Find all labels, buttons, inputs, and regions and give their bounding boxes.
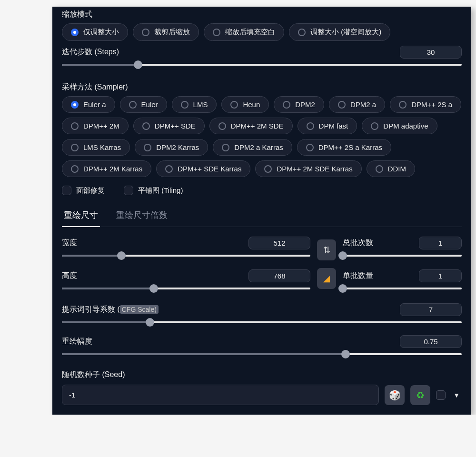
- sampler-option[interactable]: Euler: [120, 96, 167, 113]
- sampler-option[interactable]: DPM fast: [298, 118, 357, 134]
- resize-mode-option[interactable]: 调整大小 (潜空间放大): [289, 23, 390, 41]
- seed-expand-button[interactable]: ▼: [451, 391, 462, 399]
- radio-label: 缩放后填充空白: [225, 28, 275, 37]
- radio-label: DPM++ 2M SDE: [231, 122, 284, 130]
- cfg-label-wrap: 提示词引导系数 (CFG Scale): [62, 305, 159, 315]
- radio-label: 调整大小 (潜空间放大): [310, 28, 381, 37]
- height-value[interactable]: 768: [248, 269, 310, 282]
- sampler-option[interactable]: DPM++ 2S a: [390, 96, 461, 113]
- radio-label: DPM++ 2S a Karras: [318, 143, 382, 151]
- swap-icon: ⇅: [323, 245, 330, 255]
- radio-label: 仅调整大小: [83, 28, 119, 37]
- steps-value[interactable]: 30: [400, 46, 462, 59]
- radio-icon: [218, 122, 226, 130]
- height-slider[interactable]: [62, 285, 310, 292]
- resize-mode-option[interactable]: 仅调整大小: [62, 23, 128, 41]
- sampler-option[interactable]: DPM2: [274, 96, 324, 113]
- seed-reuse-button[interactable]: ♻: [410, 385, 430, 405]
- radio-icon: [298, 29, 306, 36]
- radio-icon: [129, 101, 137, 109]
- width-slider[interactable]: [62, 252, 310, 259]
- seed-extra-checkbox[interactable]: [436, 390, 446, 400]
- cfg-group: 提示词引导系数 (CFG Scale) 7: [62, 303, 462, 326]
- radio-icon: [264, 165, 272, 173]
- triangle-icon: ◣: [323, 273, 330, 284]
- sampler-option[interactable]: DDIM: [367, 160, 415, 177]
- tiling-label: 平铺图 (Tiling): [138, 186, 183, 195]
- settings-panel: 缩放模式 仅调整大小裁剪后缩放缩放后填充空白调整大小 (潜空间放大) 迭代步数 …: [52, 7, 471, 415]
- sampler-options: Euler aEulerLMSHeunDPM2DPM2 aDPM++ 2S aD…: [62, 96, 462, 177]
- radio-icon: [142, 122, 150, 130]
- cfg-label: 提示词引导系数 (: [62, 305, 120, 313]
- resize-mode-option[interactable]: 缩放后填充空白: [204, 23, 284, 41]
- face-restore-label: 面部修复: [76, 186, 105, 195]
- cfg-slider[interactable]: [62, 319, 462, 326]
- seed-random-button[interactable]: 🎲: [385, 385, 405, 405]
- sampler-option[interactable]: DPM++ SDE Karras: [156, 160, 250, 177]
- batch-size-value[interactable]: 1: [419, 269, 462, 282]
- radio-label: Euler a: [83, 100, 106, 109]
- radio-label: LMS Karras: [83, 143, 121, 151]
- denoise-value[interactable]: 0.75: [400, 335, 462, 348]
- denoise-group: 重绘幅度 0.75: [62, 335, 462, 358]
- sampler-option[interactable]: DPM++ 2S a Karras: [297, 139, 391, 156]
- checkbox-icon: [62, 186, 71, 195]
- resize-mode-label: 缩放模式: [62, 7, 462, 20]
- radio-label: DPM adaptive: [383, 122, 428, 130]
- batch-count-slider[interactable]: [343, 252, 462, 259]
- steps-slider[interactable]: [62, 61, 462, 68]
- radio-label: DPM++ 2M Karras: [83, 165, 142, 173]
- sampler-option[interactable]: DPM++ 2M SDE Karras: [255, 160, 361, 177]
- tab-resize[interactable]: 重绘尺寸倍数: [114, 205, 169, 227]
- radio-icon: [144, 144, 151, 151]
- radio-label: DPM++ 2S a: [411, 100, 452, 109]
- sampler-option[interactable]: DPM2 a Karras: [213, 139, 292, 156]
- denoise-slider[interactable]: [62, 351, 462, 358]
- checkbox-row: 面部修复 平铺图 (Tiling): [62, 186, 462, 195]
- sampler-option[interactable]: DPM++ 2M Karras: [62, 160, 151, 177]
- batch-size-slider[interactable]: [343, 285, 462, 292]
- sampler-option[interactable]: DPM++ 2M SDE: [209, 118, 293, 134]
- dice-icon: 🎲: [389, 389, 401, 401]
- radio-label: DPM++ SDE Karras: [178, 165, 241, 173]
- recycle-icon: ♻: [416, 389, 425, 401]
- resize-mode-option[interactable]: 裁剪后缩放: [133, 23, 199, 41]
- seed-input[interactable]: [62, 385, 379, 405]
- radio-label: DDIM: [388, 165, 406, 173]
- radio-icon: [213, 29, 220, 36]
- height-label: 高度: [62, 271, 77, 281]
- sampler-option[interactable]: DPM++ 2M: [62, 118, 129, 134]
- radio-icon: [71, 29, 79, 36]
- sampler-option[interactable]: Heun: [221, 96, 269, 113]
- cfg-value[interactable]: 7: [400, 303, 462, 316]
- width-value[interactable]: 512: [248, 237, 310, 249]
- radio-icon: [376, 165, 383, 173]
- checkbox-icon: [124, 186, 133, 195]
- radio-label: DPM2 a Karras: [234, 143, 283, 151]
- batch-size-label: 单批数量: [343, 271, 373, 281]
- batch-count-value[interactable]: 1: [419, 237, 462, 249]
- sampler-option[interactable]: DPM adaptive: [362, 118, 437, 134]
- radio-label: DPM2 a: [350, 100, 376, 109]
- sampler-option[interactable]: DPM2 a: [329, 96, 385, 113]
- radio-label: 裁剪后缩放: [154, 28, 190, 37]
- sampler-option[interactable]: LMS: [172, 96, 217, 113]
- radio-label: DPM fast: [319, 122, 348, 130]
- face-restore-checkbox[interactable]: 面部修复: [62, 186, 105, 195]
- radio-label: DPM++ 2M SDE Karras: [277, 165, 352, 173]
- tab-resize[interactable]: 重绘尺寸: [62, 205, 100, 227]
- resize-tabs: 重绘尺寸重绘尺寸倍数: [62, 205, 462, 227]
- sampler-option[interactable]: DPM2 Karras: [135, 139, 208, 156]
- sampler-option[interactable]: DPM++ SDE: [133, 118, 205, 134]
- sampler-option[interactable]: Euler a: [62, 96, 115, 113]
- sampler-option[interactable]: LMS Karras: [62, 139, 130, 156]
- radio-label: DPM++ 2M: [83, 122, 119, 130]
- swap-dimensions-button[interactable]: ⇅: [317, 239, 336, 260]
- width-label: 宽度: [62, 238, 77, 248]
- radio-icon: [399, 101, 407, 109]
- radio-icon: [230, 101, 238, 109]
- aspect-ratio-button[interactable]: ◣: [317, 268, 336, 289]
- steps-group: 迭代步数 (Steps) 30: [62, 46, 462, 68]
- tiling-checkbox[interactable]: 平铺图 (Tiling): [124, 186, 183, 195]
- caret-down-icon: ▼: [453, 391, 460, 399]
